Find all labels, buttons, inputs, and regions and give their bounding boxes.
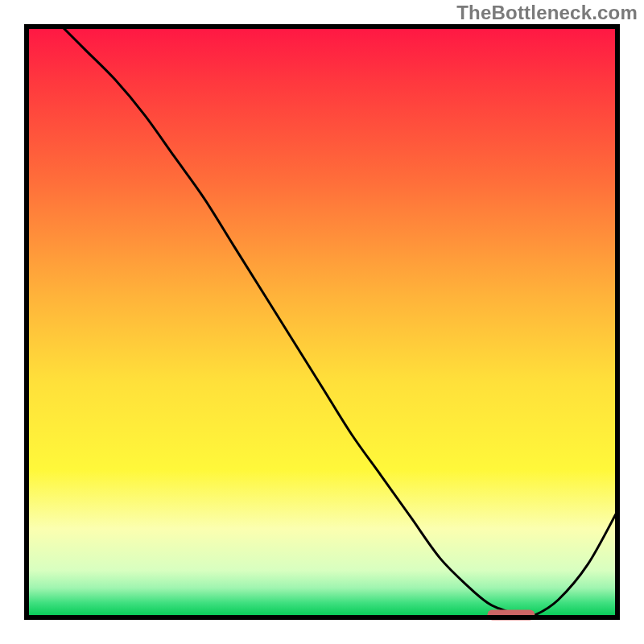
- watermark-text: TheBottleneck.com: [456, 2, 638, 24]
- chart-svg: [0, 0, 644, 644]
- plot-background: [27, 27, 617, 617]
- chart-container: TheBottleneck.com: [0, 0, 644, 644]
